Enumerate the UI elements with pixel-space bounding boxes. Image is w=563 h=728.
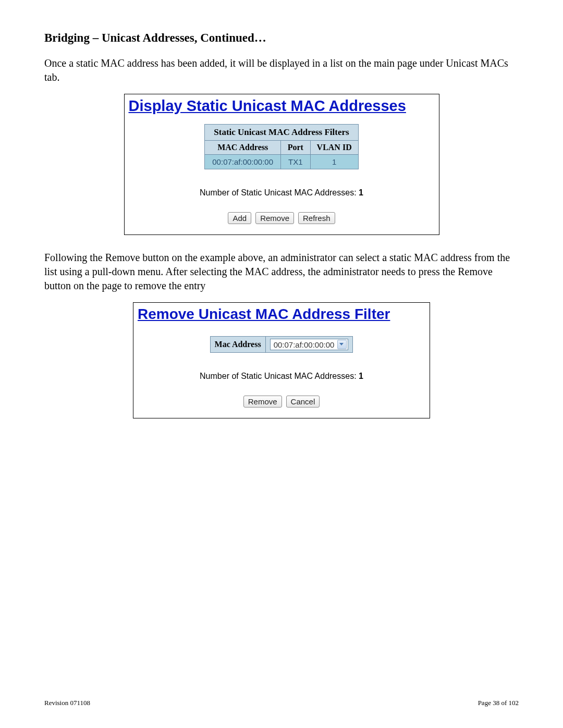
chevron-down-icon [337, 340, 347, 349]
col-vlan-id: VLAN ID [310, 141, 358, 155]
mac-address-table: Static Unicast MAC Address Filters MAC A… [204, 124, 358, 169]
mac-address-dropdown-cell: 00:07:af:00:00:00 [265, 337, 353, 353]
mac-address-dropdown[interactable]: 00:07:af:00:00:00 [270, 339, 349, 350]
display-static-mac-panel: Display Static Unicast MAC Addresses Sta… [124, 94, 439, 235]
cell-port: TX1 [281, 155, 311, 169]
add-button[interactable]: Add [228, 212, 251, 224]
refresh-button[interactable]: Refresh [298, 212, 335, 224]
count-value-2: 1 [359, 372, 363, 380]
count-value: 1 [359, 188, 363, 197]
remove-button[interactable]: Remove [255, 212, 294, 224]
intro-paragraph-2: Following the Remove button on the examp… [44, 251, 519, 293]
intro-paragraph-1: Once a static MAC address has been added… [44, 56, 519, 84]
page-footer: Revision 071108 Page 38 of 102 [44, 699, 519, 707]
count-line-2: Number of Static Unicast MAC Addresses: … [137, 372, 426, 381]
count-line: Number of Static Unicast MAC Addresses: … [128, 188, 436, 198]
footer-revision: Revision 071108 [44, 699, 90, 707]
dropdown-value: 00:07:af:00:00:00 [274, 340, 335, 349]
count-label-2: Number of Static Unicast MAC Addresses: [200, 372, 359, 380]
footer-page-number: Page 38 of 102 [478, 699, 519, 707]
cell-mac: 00:07:af:00:00:00 [205, 155, 281, 169]
cell-vlan: 1 [310, 155, 358, 169]
mac-select-form: Mac Address 00:07:af:00:00:00 [210, 336, 353, 353]
remove-mac-panel: Remove Unicast MAC Address Filter Mac Ad… [133, 302, 430, 418]
remove-button-2[interactable]: Remove [243, 396, 282, 408]
panel2-title: Remove Unicast MAC Address Filter [138, 306, 426, 323]
table-row[interactable]: 00:07:af:00:00:00 TX1 1 [205, 155, 358, 169]
mac-address-label: Mac Address [210, 337, 265, 353]
panel1-title: Display Static Unicast MAC Addresses [129, 97, 436, 115]
section-heading: Bridging – Unicast Addresses, Continued… [44, 31, 519, 45]
count-label: Number of Static Unicast MAC Addresses: [200, 188, 359, 197]
table-caption: Static Unicast MAC Address Filters [204, 124, 358, 140]
col-mac-address: MAC Address [205, 141, 281, 155]
cancel-button[interactable]: Cancel [286, 396, 320, 408]
col-port: Port [281, 141, 311, 155]
